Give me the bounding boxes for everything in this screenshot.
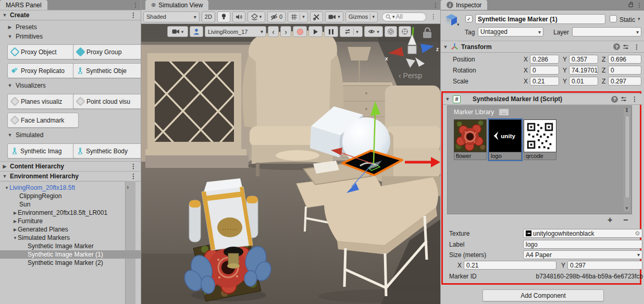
tree-item-environment[interactable]: ▶ Environment_20ftx18.5ft_LR001 — [0, 209, 138, 217]
tree-item-simulated-markers[interactable]: ▼ Simulated Markers — [0, 234, 138, 242]
tools-button[interactable] — [310, 11, 323, 22]
layer-dropdown[interactable]: ▾ — [572, 27, 641, 37]
loop-mode-dropdown[interactable]: ▾ — [340, 26, 363, 37]
tree-item-synthetic-image-marker[interactable]: Synthetic Image Marker — [0, 242, 153, 250]
presets-icon[interactable] — [621, 96, 627, 102]
proxy-replicator-button[interactable]: Proxy Replicato — [7, 63, 79, 78]
hidden-objects-button[interactable]: 0 — [267, 11, 286, 22]
size-x-field[interactable]: 0.21 — [464, 261, 556, 270]
marker-component-header[interactable]: ▼ # Synthesized Marker Id (Script) ? ⋮ — [443, 93, 642, 105]
focus-target-button[interactable] — [399, 26, 411, 37]
planes-visualizer-button[interactable]: Planes visualiz — [7, 94, 79, 109]
tab-mars-panel[interactable]: MARS Panel — [0, 0, 47, 10]
scroll-down-icon[interactable]: ▼ — [625, 206, 629, 211]
view-options-dropdown[interactable]: ▾ — [364, 26, 383, 37]
pause-button[interactable] — [324, 26, 338, 37]
remove-marker-button[interactable]: − — [623, 215, 628, 225]
position-z-field[interactable]: 0.696 — [608, 55, 641, 64]
focus-proxy-button[interactable] — [385, 26, 397, 37]
synthetic-object-button[interactable]: Synthetic Obje — [73, 63, 144, 78]
effects-dropdown-button[interactable]: ▾ — [247, 11, 265, 22]
marker-library-more-button[interactable]: ... — [499, 108, 509, 116]
axis-z-label[interactable]: z — [436, 46, 439, 52]
help-icon[interactable]: ? — [611, 96, 618, 103]
create-menu-icon[interactable]: ⋮ — [128, 12, 139, 18]
scale-z-field[interactable]: 0.297 — [608, 77, 641, 86]
foldout-open-icon[interactable]: ▼ — [7, 132, 13, 138]
static-dropdown[interactable]: ▾ — [638, 16, 640, 21]
foldout-open-icon[interactable]: ▼ — [2, 13, 7, 18]
position-x-field[interactable]: 0.286 — [530, 55, 559, 64]
foldout-open-icon[interactable]: ▼ — [7, 34, 13, 39]
scale-y-field[interactable]: 0.01 — [569, 77, 598, 86]
transform-header[interactable]: ▼ Transform ? ⋮ — [441, 41, 644, 53]
foldout-closed-icon[interactable]: ▶ — [13, 219, 18, 224]
scroll-up-icon[interactable]: ▼ — [625, 108, 629, 113]
tree-item-livingroom[interactable]: ▼ LivingRoom_20ftx18.5ft — [0, 184, 129, 192]
add-marker-button[interactable]: + — [608, 215, 612, 225]
group-visualizers[interactable]: ▼ Visualizers — [7, 82, 46, 89]
shading-mode-dropdown[interactable]: Shaded ▾ — [143, 11, 200, 22]
axis-x-label[interactable]: x — [385, 56, 388, 62]
scrollbar-thumb[interactable] — [625, 115, 630, 199]
presets-icon[interactable] — [623, 44, 629, 50]
position-y-field[interactable]: 0.357 — [569, 55, 598, 64]
tree-item-clippingregion[interactable]: ClippingRegion — [0, 192, 144, 200]
marker-library-scrollbar[interactable]: ▼ ▼ ▼ — [624, 108, 630, 212]
lighting-toggle-button[interactable] — [217, 11, 230, 22]
object-picker-icon[interactable]: ⊙ — [635, 230, 640, 237]
tree-item-furniture[interactable]: ▶ Furniture — [0, 217, 138, 225]
simulated-user-button[interactable] — [190, 26, 203, 37]
proxy-object-button[interactable]: Proxy Object — [7, 44, 79, 59]
content-hierarchy-header[interactable]: ▶ Content Hierarchy ⋮ — [0, 161, 141, 172]
foldout-open-icon[interactable]: ▼ — [7, 83, 13, 88]
search-input[interactable]: ▾ All — [382, 13, 426, 21]
point-cloud-button[interactable]: Point cloud visu — [73, 94, 144, 109]
synthetic-image-button[interactable]: Synthetic Imag — [7, 143, 79, 159]
component-menu-icon[interactable]: ⋮ — [631, 44, 642, 50]
scale-x-field[interactable]: 0.21 — [530, 77, 559, 86]
texture-object-field[interactable]: unitylogowhiteonblack ⊙ — [523, 229, 642, 238]
foldout-closed-icon[interactable]: ▶ — [13, 227, 18, 232]
play-button[interactable] — [308, 26, 323, 37]
tree-item-synthetic-image-marker-1[interactable]: Synthetic Image Marker (1) — [0, 250, 153, 259]
toolbar-menu-icon[interactable]: ⋮ — [428, 14, 439, 20]
marker-thumb-logo[interactable]: unity logo — [489, 119, 522, 160]
foldout-open-icon[interactable]: ▼ — [443, 44, 448, 50]
foldout-open-icon[interactable]: ▼ — [2, 174, 7, 179]
foldout-open-icon[interactable]: ▼ — [13, 236, 18, 240]
panel-menu-icon[interactable]: ⋮ — [430, 2, 441, 8]
tree-item-synthetic-image-marker-2[interactable]: Synthetic Image Marker (2) — [0, 259, 153, 267]
marker-thumb-qrcode[interactable]: qrcode — [524, 119, 556, 160]
rotation-y-field[interactable]: 74.19701 — [569, 66, 598, 75]
rotation-z-field[interactable]: 0 — [608, 66, 641, 75]
previous-environment-button[interactable]: ‹ — [268, 26, 279, 37]
audio-toggle-button[interactable] — [232, 11, 245, 22]
proxy-group-button[interactable]: Proxy Group — [73, 44, 144, 59]
environment-dropdown[interactable]: LivingRoom_17 ▾ — [205, 26, 266, 37]
grid-dropdown-button[interactable]: ▾ — [288, 11, 308, 22]
face-landmark-button[interactable]: Face Landmark — [7, 113, 79, 128]
content-hierarchy-menu-icon[interactable]: ⋮ — [128, 163, 139, 169]
group-presets[interactable]: ▶ Presets — [7, 23, 37, 31]
foldout-open-icon[interactable]: ▼ — [445, 96, 450, 102]
next-environment-button[interactable]: › — [280, 26, 291, 37]
group-simulated[interactable]: ▼ Simulated — [7, 131, 43, 139]
record-button[interactable] — [293, 26, 307, 37]
size-y-field[interactable]: 0.297 — [567, 261, 642, 270]
panel-menu-icon[interactable]: ⋮ — [130, 2, 141, 8]
tab-simulation-view[interactable]: ⊕ Simulation View — [145, 0, 208, 10]
foldout-closed-icon[interactable]: ▶ — [2, 164, 7, 169]
icon-picker-dropdown[interactable]: ▾ — [457, 22, 460, 27]
tree-item-sun[interactable]: Sun — [0, 200, 144, 209]
foldout-open-icon[interactable]: ▼ — [4, 186, 9, 190]
persp-mode-label[interactable]: ‹ Persp — [399, 71, 422, 80]
environment-hierarchy-menu-icon[interactable]: ⋮ — [128, 173, 139, 179]
foldout-closed-icon[interactable]: ▶ — [7, 25, 13, 30]
tag-dropdown[interactable]: Untagged ▾ — [478, 27, 543, 37]
tree-item-generated-planes[interactable]: ▶ Generated Planes — [0, 225, 138, 234]
add-component-button[interactable]: Add Component — [482, 289, 604, 301]
help-icon[interactable]: ? — [613, 43, 620, 50]
component-menu-icon[interactable]: ⋮ — [629, 96, 640, 102]
environment-hierarchy-header[interactable]: ▼ Environment Hierarchy ⋮ — [0, 171, 141, 181]
